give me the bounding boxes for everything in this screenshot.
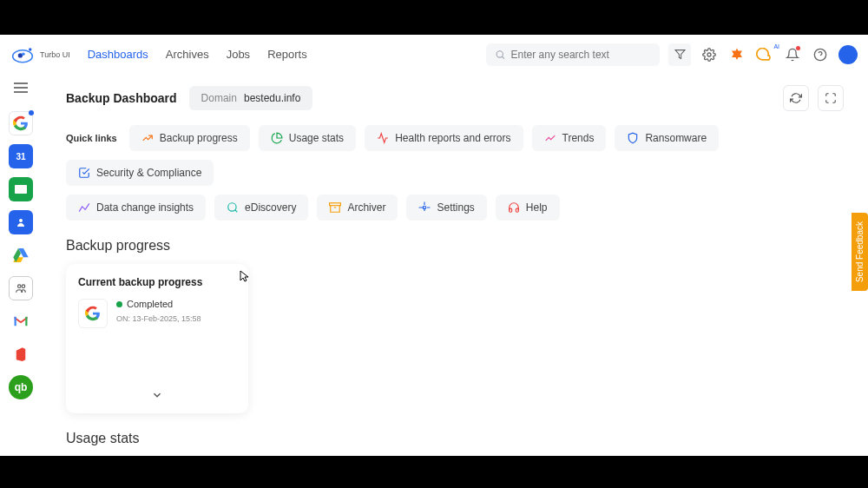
nav-tabs: Dashboards Archives Jobs Reports: [88, 44, 307, 64]
rail-gmail[interactable]: [9, 309, 33, 333]
svg-marker-6: [675, 50, 685, 59]
ql-backup-progress[interactable]: Backup progress: [129, 125, 250, 151]
card-title: Current backup progress: [78, 276, 236, 288]
google-icon: [85, 306, 101, 321]
send-feedback-button[interactable]: Send Feedback: [852, 213, 868, 291]
card-service-logo: [78, 299, 108, 328]
expand-card-button[interactable]: [78, 389, 236, 405]
rail-classroom[interactable]: [9, 177, 33, 201]
classroom-icon: [15, 185, 27, 194]
help-button[interactable]: [811, 45, 830, 64]
ql-health[interactable]: Health reports and errors: [365, 125, 523, 151]
fullscreen-button[interactable]: [818, 85, 844, 111]
svg-line-18: [235, 210, 238, 213]
search-input[interactable]: [511, 49, 651, 61]
svg-point-15: [18, 285, 22, 288]
refresh-icon: [790, 92, 802, 104]
rail-calendar[interactable]: 31: [9, 144, 33, 168]
on-value: 13-Feb-2025, 15:58: [133, 314, 201, 323]
svg-point-16: [22, 285, 25, 288]
cloud-ai-button[interactable]: AI: [755, 45, 774, 64]
ql-data-change[interactable]: Data change insights: [66, 195, 206, 221]
domain-label: Domain: [201, 92, 237, 104]
headset-icon: [508, 201, 520, 214]
google-icon: [13, 115, 29, 131]
quick-links-row1: Quick links Backup progress Usage stats …: [66, 125, 844, 186]
brand-logo[interactable]: Turbo UI: [10, 45, 70, 64]
status-dot: [116, 301, 122, 307]
cloud-icon: [756, 48, 773, 62]
ql-help[interactable]: Help: [496, 195, 560, 221]
hamburger-button[interactable]: [13, 82, 29, 97]
domain-selector[interactable]: Domain bestedu.info: [189, 86, 313, 110]
rail-drive[interactable]: [9, 243, 33, 267]
refresh-button[interactable]: [783, 85, 809, 111]
rail-google[interactable]: [9, 111, 33, 135]
chevron-down-icon: [151, 389, 163, 401]
notification-dot: [796, 46, 800, 50]
ai-badge: AI: [773, 43, 779, 49]
person-icon: [16, 217, 26, 228]
gift-button[interactable]: [727, 45, 746, 64]
current-backup-card: Current backup progress Completed ON: 13…: [66, 264, 248, 413]
ql-usage-stats[interactable]: Usage stats: [259, 125, 356, 151]
rail-contacts[interactable]: [9, 210, 33, 234]
brand-text: Turbo UI: [40, 50, 70, 59]
ql-trends[interactable]: Trends: [532, 125, 607, 151]
ql-ransomware[interactable]: Ransomware: [615, 125, 719, 151]
shield-icon: [627, 132, 639, 144]
nav-jobs[interactable]: Jobs: [227, 44, 250, 64]
quick-links-row2: Data change insights eDiscovery Archiver…: [66, 195, 844, 221]
rail-office[interactable]: [9, 342, 33, 366]
search-icon: [495, 49, 506, 61]
gmail-icon: [13, 315, 29, 327]
hamburger-icon: [13, 82, 29, 94]
filter-button[interactable]: [668, 43, 691, 66]
office-icon: [15, 347, 27, 361]
help-icon: [813, 48, 827, 62]
svg-point-17: [228, 203, 236, 211]
svg-point-3: [29, 48, 32, 51]
svg-rect-19: [330, 203, 341, 206]
svg-point-4: [496, 50, 503, 56]
groups-icon: [15, 283, 27, 293]
rail-groups[interactable]: [9, 276, 33, 300]
gift-icon: [729, 47, 745, 63]
rail-quickbooks[interactable]: qb: [9, 375, 33, 399]
main-content: Backup Dashboard Domain bestedu.info Qui…: [42, 75, 868, 456]
filter-icon: [674, 49, 686, 60]
nav-dashboards[interactable]: Dashboards: [88, 44, 148, 64]
svg-point-0: [13, 49, 33, 62]
notifications-button[interactable]: [783, 45, 802, 64]
ql-security[interactable]: Security & Compliance: [66, 160, 214, 186]
insights-icon: [78, 201, 90, 214]
section-usage-stats: Usage stats: [66, 431, 844, 446]
page-title: Backup Dashboard: [66, 91, 177, 105]
section-backup-progress: Backup progress: [66, 238, 844, 254]
activity-icon: [377, 132, 389, 144]
chart-icon: [544, 132, 556, 144]
drive-icon: [13, 248, 29, 262]
topbar: Turbo UI Dashboards Archives Jobs Report…: [0, 35, 868, 75]
compliance-icon: [78, 167, 90, 179]
settings-icon: [418, 201, 431, 214]
trend-up-icon: [141, 132, 154, 144]
settings-gear-button[interactable]: [700, 45, 719, 64]
pie-icon: [271, 132, 283, 144]
nav-archives[interactable]: Archives: [166, 44, 209, 64]
domain-value: bestedu.info: [244, 92, 300, 104]
nav-reports[interactable]: Reports: [267, 44, 307, 64]
ql-ediscovery[interactable]: eDiscovery: [214, 195, 308, 221]
ql-archiver[interactable]: Archiver: [317, 195, 398, 221]
on-label: ON:: [116, 314, 130, 323]
svg-rect-13: [15, 185, 27, 194]
archive-icon: [329, 201, 341, 214]
svg-point-14: [19, 219, 23, 222]
user-avatar[interactable]: [838, 45, 858, 64]
search-field[interactable]: [486, 43, 660, 66]
svg-point-2: [22, 52, 25, 56]
ql-settings[interactable]: Settings: [406, 195, 486, 221]
cloud-logo-icon: [10, 45, 35, 64]
quick-links-label: Quick links: [66, 133, 117, 143]
svg-line-5: [502, 56, 504, 59]
